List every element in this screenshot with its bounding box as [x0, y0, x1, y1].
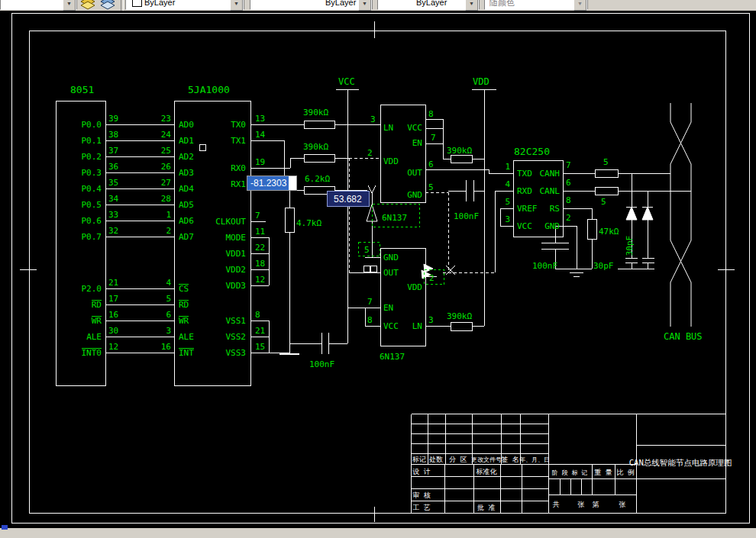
- schematic-label: AD2: [179, 152, 194, 162]
- schematic-label: OUT: [407, 168, 422, 178]
- schematic-label: AD1: [179, 136, 194, 146]
- schematic-label: WR: [92, 316, 102, 326]
- lineweight-combo-value: ByLayer: [416, 0, 447, 10]
- schematic-label: 12: [108, 342, 118, 352]
- schematic-label: 30: [108, 326, 118, 336]
- title-block-text: 标准化: [476, 468, 498, 475]
- schematic-label: VDD1: [226, 249, 247, 259]
- color-control-combo[interactable]: ByLayer ▼: [125, 0, 244, 10]
- layers-blue-icon: [99, 0, 116, 10]
- schematic-label: 5JA1000: [188, 84, 230, 95]
- schematic-label: 5: [601, 197, 606, 207]
- schematic-label: 16: [161, 342, 171, 352]
- schematic-label: RS: [550, 204, 560, 214]
- linetype-control-combo[interactable]: ByLayer ▼: [250, 0, 373, 10]
- schematic-label: 8: [428, 109, 434, 119]
- schematic-label: AD7: [179, 232, 194, 242]
- schematic-label: 8: [367, 315, 373, 325]
- schematic-label: VCC: [407, 123, 422, 133]
- schematic-label: ALE: [179, 332, 194, 342]
- schematic-label: AD0: [179, 120, 194, 130]
- title-block-text: 阶 段 标 记: [552, 469, 587, 476]
- schematic-label: 390kΩ: [303, 142, 328, 152]
- schematic-label: P0.6: [82, 216, 102, 226]
- lineweight-control-combo[interactable]: ByLayer ▼: [377, 0, 480, 10]
- schematic-label: P2.0: [82, 284, 102, 294]
- command-area-strip: [0, 528, 756, 538]
- schematic-label: VDD: [383, 156, 399, 166]
- schematic-label: 5: [603, 157, 609, 167]
- color-swatch: [132, 0, 142, 7]
- schematic-label: 5: [505, 197, 510, 207]
- schematic-label: 6: [166, 310, 171, 320]
- title-block-text: 标记: [412, 456, 426, 463]
- schematic-label: 100nF: [309, 359, 334, 369]
- title-block-text: CAN总线智能节点电路原理图: [629, 458, 732, 467]
- schematic-label: CANH: [540, 169, 561, 179]
- schematic-label: TX1: [231, 136, 246, 146]
- schematic-label: VSS3: [226, 348, 247, 358]
- schematic-label: 17: [108, 294, 118, 304]
- dynamic-input-angle-field[interactable]: -81.2303: [247, 176, 297, 191]
- schematic-label: 6.2kΩ: [305, 174, 330, 184]
- schematic-label: 3: [505, 214, 510, 224]
- schematic-label: VCC: [338, 76, 355, 87]
- schematic-label: 36: [108, 162, 118, 172]
- schematic-label: 13: [255, 114, 265, 124]
- schematic-label: TXD: [517, 169, 532, 179]
- schematic-label: INT: [179, 348, 194, 358]
- schematic-label: 3: [428, 315, 434, 325]
- schematic-label: 12: [255, 275, 265, 285]
- schematic-label: AD4: [179, 184, 194, 194]
- schematic-label: AD3: [179, 168, 194, 178]
- layer-combo[interactable]: ▼: [0, 0, 77, 10]
- schematic-label: P0.2: [82, 152, 102, 162]
- schematic-label: 37: [108, 146, 118, 156]
- title-block-text: 工 艺: [412, 504, 430, 511]
- grip-point[interactable]: [200, 145, 206, 151]
- schematic-label: LN: [412, 321, 422, 331]
- chevron-down-icon[interactable]: ▼: [358, 0, 371, 11]
- schematic-label: 7: [367, 297, 373, 307]
- grip-point[interactable]: [364, 266, 370, 272]
- schematic-label: 15: [255, 342, 265, 352]
- schematic-svg[interactable]: 80515JA100082C2506N1376N137CAN BUSVCCVDD…: [0, 0, 756, 538]
- schematic-label: 35: [108, 178, 118, 188]
- schematic-label: 21: [255, 326, 265, 336]
- schematic-label: EN: [412, 138, 422, 148]
- schematic-label: GND: [544, 221, 560, 231]
- schematic-label: GND: [383, 253, 399, 263]
- layer-properties-button[interactable]: [99, 0, 118, 10]
- schematic-label: 390kΩ: [447, 146, 472, 156]
- schematic-label: P0.0: [82, 120, 102, 130]
- schematic-label: RD: [179, 300, 189, 310]
- schematic-label: VDD2: [226, 265, 247, 275]
- schematic-label: 30pF: [593, 261, 614, 271]
- title-block-text: 比 例: [616, 469, 634, 476]
- schematic-label: ALE: [86, 332, 102, 342]
- schematic-label: RXD: [517, 186, 532, 196]
- schematic-label: 7: [255, 211, 260, 221]
- schematic-label: 16: [108, 310, 118, 320]
- schematic-label: 4: [505, 179, 510, 189]
- chevron-down-icon[interactable]: ▼: [63, 0, 76, 11]
- schematic-label: 4: [166, 278, 171, 288]
- schematic-label: 3: [166, 326, 171, 336]
- chevron-down-icon[interactable]: ▼: [230, 0, 243, 11]
- title-block-text: 处数: [428, 456, 443, 463]
- schematic-label: 19: [255, 157, 265, 167]
- title-block-text: 重 量: [594, 469, 612, 476]
- dynamic-input-length-field[interactable]: 53.682: [327, 191, 370, 207]
- schematic-label: TX0: [231, 120, 246, 130]
- make-layer-current-button[interactable]: [79, 0, 98, 10]
- grip-point[interactable]: [371, 266, 377, 272]
- schematic-label: LN: [383, 123, 393, 133]
- schematic-label: RX0: [231, 163, 246, 173]
- chevron-down-icon[interactable]: ▼: [465, 0, 478, 11]
- plotstyle-control-combo[interactable]: 随颜色 ▼: [484, 0, 588, 10]
- schematic-label: OUT: [383, 268, 399, 278]
- schematic-label: VDD: [473, 76, 489, 87]
- schematic-label: VCC: [383, 321, 399, 331]
- schematic-label: P0.4: [82, 184, 102, 194]
- title-block-text: 共: [553, 501, 560, 508]
